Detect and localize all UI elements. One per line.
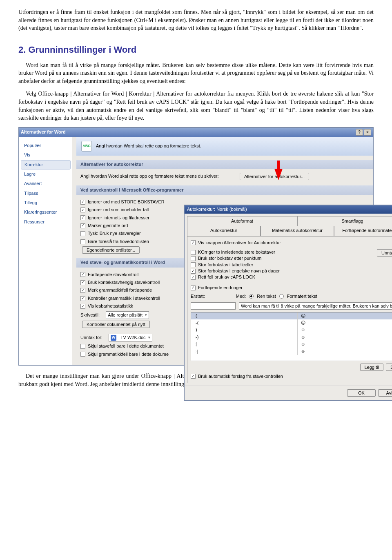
radio-formatted-text-label: Formatert tekst bbox=[287, 293, 317, 299]
check-grammar-spell[interactable] bbox=[80, 296, 85, 301]
replace-label: Erstatt: bbox=[191, 293, 205, 299]
check-hide-grammar-doc[interactable] bbox=[80, 352, 85, 357]
check-german-label: Tysk: Bruk nye staveregler bbox=[88, 230, 141, 236]
check-repeated[interactable] bbox=[80, 223, 85, 228]
writing-style-select[interactable]: Alle regler påslått bbox=[106, 311, 149, 319]
check-grammar-continuous[interactable] bbox=[80, 288, 85, 293]
sidebar-item-popular[interactable]: Populær bbox=[19, 141, 72, 150]
check-hide-spell-doc-label: Skjul stavefeil bare i dette dokumentet bbox=[88, 343, 164, 349]
cancel-button[interactable]: Avbryt bbox=[378, 389, 392, 397]
autocorrect-title: Autokorrektur: Norsk (bokmål) bbox=[187, 206, 247, 212]
help-button[interactable]: ? bbox=[356, 129, 363, 136]
check-hide-spell-doc[interactable] bbox=[80, 344, 85, 349]
check-caps-lock-label: Rett feil bruk av cAPS LOCK bbox=[198, 274, 255, 280]
writing-style-label: Skrivestil: bbox=[80, 312, 100, 318]
check-uppercase[interactable] bbox=[80, 200, 85, 205]
autocorrect-dialog: Autokorrektur: Norsk (bokmål) ? × Autofo… bbox=[184, 205, 392, 401]
close-button[interactable]: × bbox=[364, 129, 371, 136]
sidebar-item-lagre[interactable]: Lagre bbox=[19, 170, 72, 179]
sidebar-item-korrektur[interactable]: Korrektur bbox=[21, 160, 71, 170]
sidebar-item-klarering[interactable]: Klareringssenter bbox=[19, 207, 72, 217]
check-numbers[interactable] bbox=[80, 207, 85, 212]
tab-math-autocorrect[interactable]: Matematisk autokorrektur bbox=[261, 226, 334, 236]
sidebar-item-vis[interactable]: Vis bbox=[19, 150, 72, 160]
check-cap-after-period[interactable] bbox=[191, 256, 196, 261]
section-autokorrektur: Alternativer for autokorrektur bbox=[76, 160, 373, 169]
sidebar-item-tilpass[interactable]: Tilpass bbox=[19, 189, 72, 198]
banner-text: Angi hvordan Word skal rette opp og form… bbox=[96, 143, 201, 149]
autocorrect-panel: Vis knappen Alternativer for Autokorrekt… bbox=[187, 236, 392, 384]
check-hide-grammar-doc-label: Skjul grammatikkfeil bare i dette dokume bbox=[88, 351, 169, 357]
check-internet-label: Ignorer Internett- og filadresser bbox=[88, 215, 149, 221]
check-cap-days-label: Stor forbokstav i engelske navn på dager bbox=[198, 268, 280, 274]
sidebar-item-ressurser[interactable]: Ressurser bbox=[19, 217, 72, 227]
replace-input[interactable] bbox=[191, 302, 236, 310]
check-internet[interactable] bbox=[80, 215, 85, 220]
sidebar-item-avansert[interactable]: Avansert bbox=[19, 179, 72, 188]
check-readability[interactable] bbox=[80, 304, 85, 309]
tab-autokorrektur[interactable]: Autokorrektur bbox=[187, 226, 261, 236]
add-button[interactable]: Legg til bbox=[360, 364, 383, 371]
radio-plain-text[interactable] bbox=[249, 294, 254, 299]
options-dialog: Alternativer for Word ? × Populær Vis Ko… bbox=[18, 127, 374, 366]
paragraph-1: Utfordringen er å finne fram til ønsket … bbox=[18, 8, 374, 32]
check-mainlist[interactable] bbox=[80, 239, 85, 244]
autokorrektur-text: Angi hvordan Word skal rette opp og form… bbox=[80, 173, 219, 179]
recheck-document-button[interactable]: Kontroller dokumentet på nytt bbox=[82, 321, 150, 328]
check-mainlist-label: Bare foreslå fra hovedordlisten bbox=[88, 239, 149, 245]
radio-plain-text-label: Ren tekst bbox=[257, 293, 276, 299]
check-two-initials[interactable] bbox=[191, 250, 196, 255]
check-cap-tablecells-label: Stor forbokstav i tabellceller bbox=[198, 262, 253, 268]
ok-button[interactable]: OK bbox=[347, 389, 376, 397]
abc-check-icon: ABC bbox=[81, 141, 92, 152]
check-german[interactable] bbox=[80, 231, 85, 236]
check-cap-days[interactable] bbox=[191, 269, 196, 274]
options-dialog-titlebar: Alternativer for Word ? × bbox=[19, 128, 373, 137]
check-show-autocorrect-btn[interactable] bbox=[191, 240, 196, 245]
check-cap-after-period-label: Bruk stor bokstav etter punktum bbox=[198, 255, 261, 261]
red-arrow-annotation bbox=[274, 169, 283, 180]
word-doc-icon: W bbox=[111, 335, 116, 341]
tab-continuous-autoformat[interactable]: Fortløpende autoformatering bbox=[334, 226, 392, 236]
autocorrect-list[interactable]: :(☹ :-(☹ :)☺ :-)☺ :|☺ :-|☺ bbox=[191, 312, 392, 361]
exceptions-button[interactable]: Unntak... bbox=[377, 249, 392, 257]
section-spellcheck-office: Ved stavekontroll i Microsoft Office-pro… bbox=[76, 185, 373, 195]
check-continuous-changes[interactable] bbox=[191, 286, 196, 290]
radio-formatted-text[interactable] bbox=[279, 294, 284, 299]
tab-autoformat[interactable]: Autoformat bbox=[187, 216, 297, 226]
check-continuous-spell-label: Fortløpende stavekontroll bbox=[88, 272, 138, 278]
check-continuous-changes-label: Fortløpende endringer bbox=[198, 285, 243, 291]
paragraph-2: Word kan man få til å virke på mange for… bbox=[18, 61, 374, 85]
check-numbers-label: Ignorer ord som inneholder tall bbox=[88, 207, 149, 213]
check-grammar-continuous-label: Merk grammatikkfeil fortløpende bbox=[88, 287, 152, 293]
check-continuous-spell[interactable] bbox=[80, 272, 85, 277]
check-grammar-spell-label: Kontroller grammatikk i stavekontroll bbox=[88, 295, 160, 301]
autocorrect-titlebar: Autokorrektur: Norsk (bokmål) ? × bbox=[185, 205, 392, 214]
sidebar-item-tillegg[interactable]: Tillegg bbox=[19, 198, 72, 207]
check-auto-suggest-label: Bruk automatisk forslag fra stavekontrol… bbox=[198, 373, 283, 379]
check-context-spell[interactable] bbox=[80, 280, 85, 285]
with-input[interactable] bbox=[239, 302, 392, 310]
check-uppercase-label: Ignorer ord med STORE BOKSTAVER bbox=[88, 199, 165, 205]
check-repeated-label: Marker gjentatte ord bbox=[88, 223, 128, 229]
banner: ABC Angi hvordan Word skal rette opp og … bbox=[76, 137, 373, 156]
check-context-spell-label: Bruk kontekstavhengig stavekontroll bbox=[88, 279, 160, 286]
check-auto-suggest[interactable] bbox=[191, 374, 196, 379]
tab-smartflagg[interactable]: Smartflagg bbox=[297, 216, 392, 226]
check-readability-label: Vis lesbarhetsstatistikk bbox=[88, 303, 133, 309]
exceptions-label: Unntak for: bbox=[80, 335, 102, 341]
check-two-initials-label: KOrriger to innledende store bokstaver bbox=[198, 249, 275, 255]
custom-wordlists-button[interactable]: Egendefinerte ordlister... bbox=[82, 246, 140, 254]
with-label: Med: bbox=[236, 293, 246, 299]
heading-section-2: 2. Grunninnstillinger i Word bbox=[18, 44, 374, 56]
options-dialog-title: Alternativer for Word bbox=[21, 129, 66, 135]
check-caps-lock[interactable] bbox=[191, 275, 196, 280]
delete-button[interactable]: Slett bbox=[386, 364, 392, 371]
paragraph-3: Velg Office-knapp | Alternativer for Wor… bbox=[18, 90, 374, 122]
exceptions-select[interactable]: WTV-W2K.doc bbox=[109, 334, 152, 341]
sidebar: Populær Vis Korrektur Lagre Avansert Til… bbox=[19, 137, 72, 365]
check-cap-tablecells[interactable] bbox=[191, 262, 196, 267]
check-show-autocorrect-label: Vis knappen Alternativer for Autokorrekt… bbox=[198, 240, 281, 246]
